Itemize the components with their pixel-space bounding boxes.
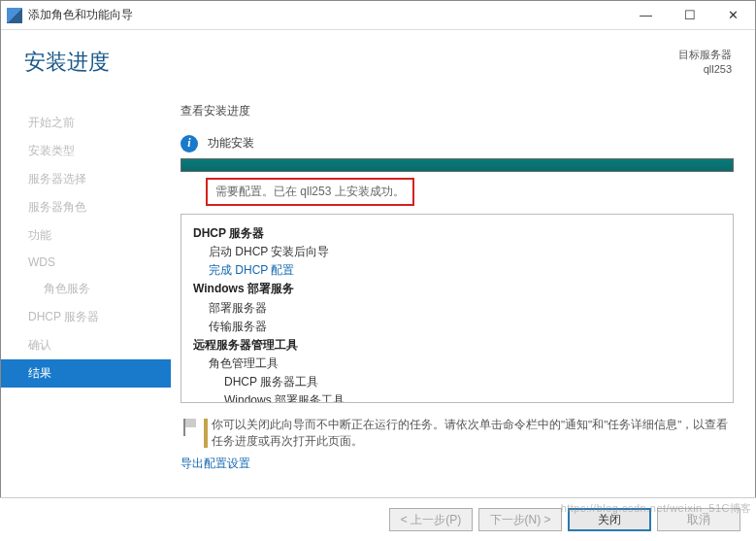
step-results[interactable]: 结果 [1, 359, 171, 388]
note-text: 你可以关闭此向导而不中断正在运行的任务。请依次单击命令栏中的"通知"和"任务详细… [212, 417, 734, 451]
result-complete-dhcp-link[interactable]: 完成 DHCP 配置 [193, 261, 721, 280]
step-role-services: 角色服务 [1, 275, 171, 303]
app-icon [7, 8, 22, 23]
export-config-link[interactable]: 导出配置设置 [181, 456, 734, 472]
info-icon: i [181, 135, 198, 152]
step-dhcp-server: DHCP 服务器 [1, 303, 171, 331]
note-row: 你可以关闭此向导而不中断正在运行的任务。请依次单击命令栏中的"通知"和"任务详细… [181, 417, 734, 451]
target-server-info: 目标服务器 qll253 [678, 48, 732, 78]
result-wds: Windows 部署服务 [193, 280, 721, 298]
notification-highlight [204, 419, 208, 449]
result-rsat: 远程服务器管理工具 [193, 336, 721, 355]
page-title: 安装进度 [24, 48, 678, 77]
step-server-select: 服务器选择 [1, 165, 171, 193]
feature-install-label: 功能安装 [208, 135, 254, 152]
steps-sidebar: 开始之前 安装类型 服务器选择 服务器角色 功能 WDS 角色服务 DHCP 服… [1, 89, 171, 473]
result-role-admin-tools: 角色管理工具 [193, 355, 721, 373]
window-controls: — ☐ ✕ [624, 2, 755, 29]
progress-bar [181, 158, 734, 172]
step-server-roles: 服务器角色 [1, 193, 171, 221]
minimize-button[interactable]: — [624, 2, 668, 29]
next-button: 下一步(N) > [478, 508, 562, 531]
step-confirm: 确认 [1, 331, 171, 359]
step-wds: WDS [1, 250, 171, 275]
window-title: 添加角色和功能向导 [28, 7, 624, 23]
main-panel: 查看安装进度 i 功能安装 需要配置。已在 qll253 上安装成功。 DHCP… [171, 89, 755, 473]
close-button[interactable]: 关闭 [568, 508, 651, 531]
step-features: 功能 [1, 221, 171, 250]
result-dhcp-tools: DHCP 服务器工具 [193, 373, 721, 391]
result-wds-tools: Windows 部署服务工具 [193, 391, 721, 402]
step-install-type: 安装类型 [1, 137, 171, 165]
flag-icon [181, 417, 202, 438]
prev-button: < 上一步(P) [389, 508, 473, 531]
target-server-value: qll253 [678, 62, 732, 77]
wizard-body: 开始之前 安装类型 服务器选择 服务器角色 功能 WDS 角色服务 DHCP 服… [1, 89, 755, 473]
status-message: 需要配置。已在 qll253 上安装成功。 [206, 178, 414, 206]
results-list[interactable]: DHCP 服务器 启动 DHCP 安装后向导 完成 DHCP 配置 Window… [181, 214, 734, 403]
result-deploy-server: 部署服务器 [193, 299, 721, 318]
titlebar: 添加角色和功能向导 — ☐ ✕ [1, 1, 755, 30]
result-dhcp-server: DHCP 服务器 [193, 224, 721, 243]
wizard-footer: < 上一步(P) 下一步(N) > 关闭 取消 [0, 497, 756, 541]
wizard-header: 安装进度 目标服务器 qll253 [1, 30, 755, 89]
result-dhcp-post-wizard: 启动 DHCP 安装后向导 [193, 243, 721, 261]
maximize-button[interactable]: ☐ [668, 2, 711, 29]
close-window-button[interactable]: ✕ [711, 2, 755, 29]
feature-install-row: i 功能安装 [181, 135, 734, 152]
view-progress-label: 查看安装进度 [181, 103, 734, 119]
result-transport-server: 传输服务器 [193, 318, 721, 336]
step-before-begin: 开始之前 [1, 109, 171, 137]
cancel-button: 取消 [657, 508, 740, 531]
flag-icon-wrap [181, 417, 212, 451]
target-server-label: 目标服务器 [678, 48, 732, 62]
